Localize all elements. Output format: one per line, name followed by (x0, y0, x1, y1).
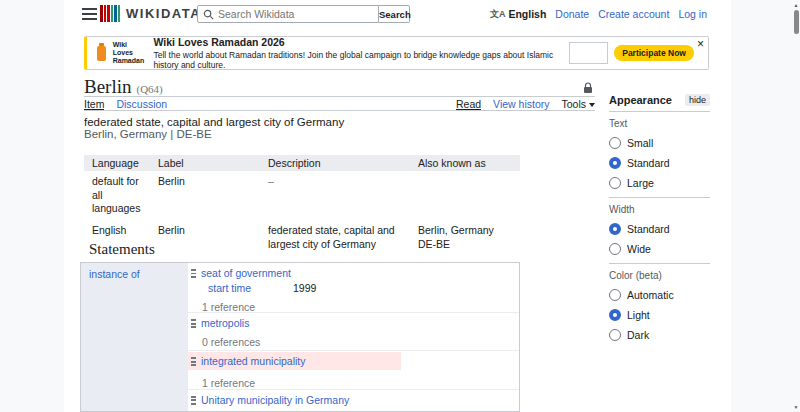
tab-discussion[interactable]: Discussion (116, 98, 167, 110)
table-row: default for all languages Berlin – (84, 171, 520, 220)
search-button[interactable]: Search (379, 5, 410, 23)
chevron-down-icon (589, 103, 595, 107)
hide-appearance-button[interactable]: hide (685, 94, 710, 106)
log-in-link[interactable]: Log in (678, 8, 707, 20)
donate-link[interactable]: Donate (555, 8, 589, 20)
col-description: Description (260, 155, 410, 171)
search-bar: Search (197, 5, 410, 23)
entity-description: federated state, capital and largest cit… (84, 116, 344, 128)
terms-header-row: Language Label Description Also known as (84, 155, 520, 171)
claim-integrated-municipality: integrated municipality 1 reference (188, 351, 519, 390)
title-row: Berlin(Q64) (84, 77, 595, 97)
claims-list: seat of government start time 1999 1 ref… (188, 263, 519, 412)
create-account-link[interactable]: Create account (598, 8, 669, 20)
close-icon[interactable]: × (697, 38, 704, 50)
banner-main: Wiki Loves Ramadan 2026 Tell the world a… (154, 36, 569, 70)
scroll-down-icon[interactable]: ▼ (792, 404, 800, 410)
property-column: instance of (81, 263, 188, 412)
section-label: Width (609, 204, 710, 215)
section-label: Color (beta) (609, 270, 710, 281)
vertical-scrollbar[interactable]: ▲ ▼ (792, 0, 800, 412)
radio-icon[interactable] (609, 289, 621, 301)
language-icon: 文A (490, 8, 506, 21)
tab-view-history[interactable]: View history (493, 98, 549, 110)
radio-selected-icon[interactable] (609, 309, 621, 321)
statement-group: instance of seat of government start tim… (80, 262, 520, 412)
radio-icon[interactable] (609, 177, 621, 189)
cell-label: Berlin (150, 171, 260, 220)
cell-aka (410, 171, 520, 220)
banner-badge: Wiki Loves Ramadan (113, 41, 146, 65)
radio-icon[interactable] (609, 329, 621, 341)
search-box[interactable] (197, 5, 379, 23)
banner-text: Tell the world about Ramadan traditions!… (154, 50, 569, 70)
banner-image-placeholder (569, 42, 609, 64)
rank-selector-icon[interactable] (191, 269, 196, 278)
references-toggle[interactable]: 1 reference (188, 377, 519, 389)
entity-aliases: Berlin, Germany | DE-BE (84, 128, 212, 140)
radio-text-large[interactable]: Large (609, 177, 710, 189)
menu-icon[interactable] (82, 8, 97, 20)
appearance-panel: Appearance hide Text Small Standard Larg… (609, 94, 710, 349)
wikidata-logo[interactable]: WIKIDATA (100, 5, 201, 22)
col-label: Label (150, 155, 260, 171)
radio-color-automatic[interactable]: Automatic (609, 289, 710, 301)
language-label: English (508, 8, 546, 20)
cell-label: Berlin (150, 220, 260, 255)
col-also-known-as: Also known as (410, 155, 520, 171)
tab-bar: Item Discussion Read View history Tools (84, 98, 595, 111)
radio-color-dark[interactable]: Dark (609, 329, 710, 341)
radio-text-small[interactable]: Small (609, 137, 710, 149)
cell-description: – (260, 171, 410, 220)
claim-value-link[interactable]: Unitary municipality in Germany (201, 394, 349, 406)
appearance-section-text: Text Small Standard Large (609, 112, 710, 189)
section-label: Text (609, 118, 710, 129)
claim-value-link[interactable]: metropolis (201, 317, 249, 329)
lantern-icon (97, 46, 106, 61)
radio-color-light[interactable]: Light (609, 309, 710, 321)
radio-text-standard[interactable]: Standard (609, 157, 710, 169)
banner-title: Wiki Loves Ramadan 2026 (154, 36, 569, 48)
language-selector[interactable]: 文A English (490, 8, 546, 21)
header-user-links: 文A English Donate Create account Log in (490, 0, 707, 28)
lock-icon (583, 80, 593, 98)
search-icon (203, 9, 214, 20)
rank-selector-icon[interactable] (191, 357, 196, 366)
property-link[interactable]: instance of (89, 268, 140, 280)
rank-selector-icon[interactable] (191, 319, 196, 328)
entity-id: (Q64) (137, 83, 163, 95)
qualifier-value: 1999 (293, 282, 316, 294)
radio-selected-icon[interactable] (609, 223, 621, 235)
col-language: Language (84, 155, 150, 171)
page-title: Berlin (84, 77, 132, 96)
claim-value-link[interactable]: integrated municipality (201, 355, 305, 367)
radio-icon[interactable] (609, 243, 621, 255)
tab-item[interactable]: Item (84, 98, 104, 110)
cell-language: default for all languages (84, 171, 150, 220)
scroll-up-icon[interactable]: ▲ (792, 2, 800, 8)
scrollbar-thumb[interactable] (794, 10, 799, 34)
claim-unitary-municipality: Unitary municipality in Germany (188, 390, 519, 412)
tab-read[interactable]: Read (456, 98, 481, 110)
appearance-heading: Appearance (609, 94, 672, 106)
participate-now-button[interactable]: Participate Now (614, 45, 694, 61)
qualifier-property-link[interactable]: start time (208, 282, 293, 294)
radio-icon[interactable] (609, 137, 621, 149)
wikidata-logo-bars-icon (100, 5, 121, 22)
references-toggle[interactable]: 0 references (188, 336, 519, 348)
top-header: WIKIDATA Search 文A English Donate Create… (64, 0, 731, 28)
radio-selected-icon[interactable] (609, 157, 621, 169)
tab-tools[interactable]: Tools (561, 98, 595, 110)
statements-heading: Statements (89, 241, 155, 258)
claim-value-link[interactable]: seat of government (201, 267, 291, 279)
search-input[interactable] (218, 8, 373, 20)
appearance-section-width: Width Standard Wide (609, 197, 710, 255)
wikidata-logo-text: WIKIDATA (126, 6, 201, 21)
appearance-section-color: Color (beta) Automatic Light Dark (609, 263, 710, 341)
claim-seat-of-government: seat of government start time 1999 1 ref… (188, 263, 519, 313)
cell-aka: Berlin, Germany DE-BE (410, 220, 520, 255)
rank-selector-icon[interactable] (191, 396, 196, 405)
radio-width-standard[interactable]: Standard (609, 223, 710, 235)
radio-width-wide[interactable]: Wide (609, 243, 710, 255)
references-toggle[interactable]: 1 reference (188, 301, 519, 313)
